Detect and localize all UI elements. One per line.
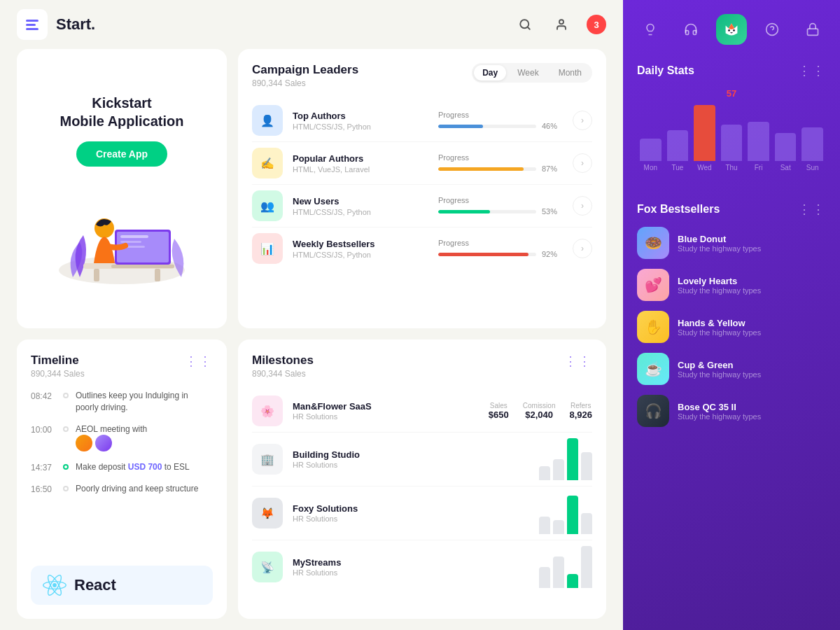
campaign-row: 👤 Top Authors HTML/CSS/JS, Python Progre… [252, 99, 592, 142]
header: Start. 3 [0, 0, 623, 49]
daily-stats-title: Daily Stats [637, 64, 694, 77]
bestseller-item[interactable]: 🎧 Bose QC 35 II Study the highway types [637, 395, 826, 427]
logo-line-3 [26, 28, 38, 30]
search-icon[interactable] [514, 13, 536, 36]
avatar [76, 435, 92, 451]
sidebar-headphone-icon[interactable] [676, 14, 706, 45]
day-bar [748, 122, 769, 161]
tab-month[interactable]: Month [550, 65, 590, 80]
campaign-title-block: Campaign Leaders 890,344 Sales [252, 63, 358, 88]
day-label: Thu [725, 164, 737, 172]
bestseller-thumb: ✋ [637, 311, 669, 343]
campaign-name: Popular Authors [293, 153, 438, 164]
kickstart-illustration [45, 186, 199, 284]
bestseller-info: Lovely Hearts Study the highway types [678, 276, 826, 295]
daily-stats-options[interactable]: ⋮⋮ [798, 63, 826, 78]
timeline-content: Poorly driving and keep structure [76, 483, 198, 495]
bestseller-name: Lovely Hearts [678, 276, 826, 286]
campaign-arrow[interactable]: › [573, 153, 592, 173]
app-title: Start. [56, 15, 95, 34]
bestseller-name: Cup & Green [678, 360, 826, 370]
day-label: Tue [671, 164, 683, 172]
svg-point-14 [52, 583, 57, 587]
fox-bestsellers-options[interactable]: ⋮⋮ [798, 202, 826, 217]
mini-bar [581, 546, 592, 588]
progress-fill [438, 167, 524, 171]
milestones-options[interactable]: ⋮⋮ [564, 354, 592, 369]
bestseller-item[interactable]: 🍩 Blue Donut Study the highway types [637, 227, 826, 259]
user-icon[interactable] [550, 13, 573, 36]
day-bar-wrap: Sat [775, 133, 797, 172]
svg-rect-12 [111, 265, 174, 268]
campaign-title: Campaign Leaders [252, 63, 358, 77]
milestone-stat-commission: Comission $2,040 [523, 402, 556, 420]
campaign-row: ✍️ Popular Authors HTML, VueJS, Laravel … [252, 142, 592, 185]
milestones-card: Milestones 890,344 Sales ⋮⋮ 🌸 Man&Flower… [238, 340, 606, 619]
day-label: Wed [697, 164, 711, 172]
svg-line-1 [527, 27, 529, 29]
campaign-info: Popular Authors HTML, VueJS, Laravel [293, 153, 438, 174]
progress-fill [438, 210, 490, 214]
campaign-arrow[interactable]: › [573, 239, 592, 258]
sidebar-fox-icon[interactable] [716, 14, 747, 45]
bestseller-item[interactable]: ☕ Cup & Green Study the highway types [637, 353, 826, 385]
bestseller-info: Blue Donut Study the highway types [678, 234, 826, 253]
timeline-card: Timeline 890,344 Sales ⋮⋮ 08:42 Outlines… [17, 340, 227, 619]
day-label: Mon [644, 164, 657, 172]
day-bar [667, 130, 689, 161]
timeline-item: 10:00 AEOL meeting with [31, 424, 213, 452]
milestone-list: 🌸 Man&Flower SaaS HR Solutions Sales $65… [252, 390, 592, 605]
day-bar [640, 139, 662, 161]
bestseller-name: Hands & Yellow [678, 318, 826, 328]
notification-badge[interactable]: 3 [587, 15, 606, 34]
peak-value: 57 [637, 88, 826, 99]
kickstart-title: Kickstart Mobile Application [59, 94, 183, 130]
mini-bar [539, 567, 550, 588]
logo-icon [17, 9, 48, 40]
timeline-dot [63, 464, 69, 470]
campaign-arrow[interactable]: › [573, 196, 592, 216]
campaign-arrow[interactable]: › [573, 111, 592, 130]
bestseller-name: Bose QC 35 II [678, 402, 826, 412]
bestseller-item[interactable]: ✋ Hands & Yellow Study the highway types [637, 311, 826, 343]
timeline-dot [63, 393, 69, 398]
bestseller-item[interactable]: 💕 Lovely Hearts Study the highway types [637, 269, 826, 301]
day-bar-wrap: Wed [694, 105, 715, 172]
react-banner: React [31, 566, 213, 605]
day-bar [802, 127, 823, 161]
timeline-dot [63, 486, 69, 491]
progress-bar [438, 210, 536, 214]
sidebar-lock-icon[interactable] [797, 14, 828, 45]
bestseller-name: Blue Donut [678, 234, 826, 244]
progress-pct: 87% [542, 164, 564, 173]
milestones-header: Milestones 890,344 Sales ⋮⋮ [252, 354, 592, 379]
day-bar-wrap: Thu [721, 125, 743, 172]
day-label: Fri [755, 164, 763, 172]
sidebar-lightbulb-icon[interactable] [635, 14, 666, 45]
bestseller-info: Bose QC 35 II Study the highway types [678, 402, 826, 421]
timeline-time: 14:37 [31, 463, 56, 472]
tab-week[interactable]: Week [509, 65, 547, 80]
tab-day[interactable]: Day [474, 65, 506, 80]
sidebar-question-icon[interactable] [757, 14, 788, 45]
progress-bar-wrap: 46% [438, 122, 564, 130]
logo-line-2 [26, 24, 36, 26]
milestone-mini-chart [539, 546, 592, 588]
timeline-dot [63, 426, 69, 432]
timeline-time: 08:42 [31, 391, 56, 401]
bestseller-info: Cup & Green Study the highway types [678, 360, 826, 379]
sidebar-top-icons [623, 0, 840, 52]
campaign-name: Weekly Bestsellers [293, 239, 438, 249]
create-app-button[interactable]: Create App [76, 141, 167, 167]
milestone-row: 🏢 Building Studio HR Solutions [252, 433, 592, 486]
campaign-icon: ✍️ [252, 148, 283, 178]
timeline-options[interactable]: ⋮⋮ [185, 354, 213, 369]
timeline-time: 16:50 [31, 484, 56, 494]
milestone-mini-chart [539, 492, 592, 534]
day-label: Sat [780, 164, 791, 172]
milestone-name: Foxy Solutions [293, 503, 528, 514]
timeline-title-block: Timeline 890,344 Sales [31, 354, 85, 379]
timeline-text: Poorly driving and keep structure [76, 483, 198, 495]
timeline-header: Timeline 890,344 Sales ⋮⋮ [31, 354, 213, 379]
day-bar [721, 125, 743, 161]
